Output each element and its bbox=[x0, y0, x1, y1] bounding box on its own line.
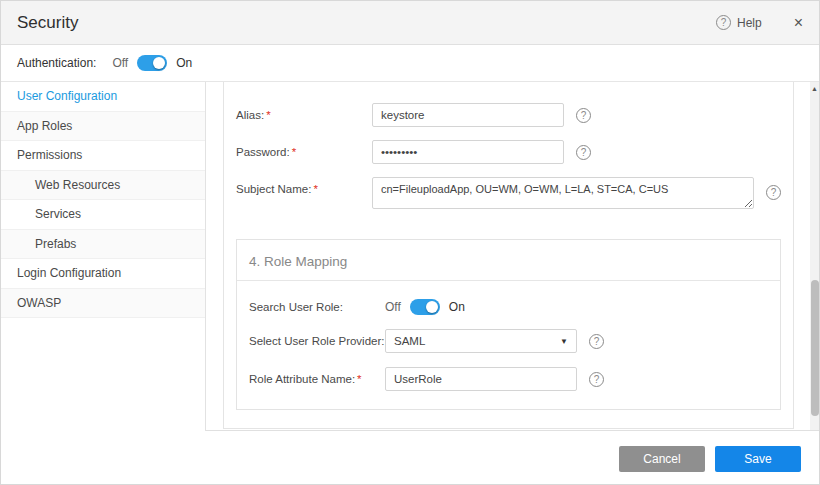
alias-label-text: Alias: bbox=[236, 109, 264, 121]
password-row: Password:* ? bbox=[236, 140, 781, 164]
sidebar-item-services[interactable]: Services bbox=[1, 200, 205, 230]
role-provider-label: Select User Role Provider: bbox=[249, 335, 385, 347]
search-role-on-label: On bbox=[449, 300, 465, 314]
password-help-icon[interactable]: ? bbox=[576, 145, 591, 160]
role-provider-help-icon[interactable]: ? bbox=[589, 334, 604, 349]
scroll-area: Alias:* ? Password:* ? Subject Name:* cn… bbox=[206, 82, 819, 430]
page-title: Security bbox=[17, 13, 78, 33]
subject-name-textarea[interactable]: cn=FileuploadApp, OU=WM, O=WM, L=LA, ST=… bbox=[372, 177, 754, 209]
footer: Cancel Save bbox=[1, 431, 819, 485]
sidebar-item-owasp[interactable]: OWASP bbox=[1, 289, 205, 319]
role-attribute-help-icon[interactable]: ? bbox=[589, 372, 604, 387]
sidebar-item-app-roles[interactable]: App Roles bbox=[1, 112, 205, 142]
role-attribute-label-text: Role Attribute Name: bbox=[249, 373, 355, 385]
alias-input[interactable] bbox=[372, 103, 564, 127]
role-attribute-label: Role Attribute Name:* bbox=[249, 373, 385, 385]
required-asterisk: * bbox=[266, 109, 270, 121]
help-link[interactable]: Help bbox=[737, 16, 762, 30]
authentication-label: Authentication: bbox=[17, 56, 96, 70]
search-user-role-row: Search User Role: Off On bbox=[249, 299, 768, 315]
alias-help-icon[interactable]: ? bbox=[576, 108, 591, 123]
header-actions: ? Help × bbox=[716, 15, 803, 31]
toggle-knob-icon bbox=[426, 301, 438, 313]
search-user-role-toggle[interactable] bbox=[410, 299, 440, 315]
save-button[interactable]: Save bbox=[715, 446, 801, 472]
password-label-text: Password: bbox=[236, 146, 290, 158]
subject-name-label-text: Subject Name: bbox=[236, 183, 311, 195]
required-asterisk: * bbox=[313, 183, 317, 195]
role-mapping-title: 4. Role Mapping bbox=[249, 254, 768, 269]
chevron-down-icon: ▼ bbox=[560, 337, 568, 346]
required-asterisk: * bbox=[292, 146, 296, 158]
role-attribute-row: Role Attribute Name:* ? bbox=[249, 367, 768, 391]
authentication-toggle[interactable] bbox=[137, 55, 167, 71]
divider bbox=[237, 280, 780, 281]
toggle-knob-icon bbox=[153, 57, 165, 69]
scrollbar-thumb[interactable] bbox=[811, 280, 819, 416]
subject-name-label: Subject Name:* bbox=[236, 177, 372, 195]
search-role-off-label: Off bbox=[385, 300, 401, 314]
header: Security ? Help × bbox=[1, 1, 819, 45]
authentication-on-label: On bbox=[176, 56, 192, 70]
security-dialog: Security ? Help × Authentication: Off On… bbox=[0, 0, 820, 485]
subject-name-help-icon[interactable]: ? bbox=[766, 185, 781, 200]
authentication-off-label: Off bbox=[112, 56, 128, 70]
sidebar-item-web-resources[interactable]: Web Resources bbox=[1, 171, 205, 201]
role-provider-row: Select User Role Provider: SAML ▼ ? bbox=[249, 329, 768, 353]
help-icon[interactable]: ? bbox=[716, 15, 731, 30]
sidebar: User Configuration App Roles Permissions… bbox=[1, 82, 206, 431]
password-input[interactable] bbox=[372, 140, 564, 164]
close-icon[interactable]: × bbox=[794, 15, 803, 31]
body: User Configuration App Roles Permissions… bbox=[1, 82, 819, 431]
certificate-panel: Alias:* ? Password:* ? Subject Name:* cn… bbox=[223, 82, 794, 429]
password-label: Password:* bbox=[236, 146, 372, 158]
role-provider-select[interactable]: SAML ▼ bbox=[385, 329, 577, 353]
alias-row: Alias:* ? bbox=[236, 103, 781, 127]
role-mapping-panel: 4. Role Mapping Search User Role: Off On… bbox=[236, 239, 781, 410]
sidebar-item-user-configuration[interactable]: User Configuration bbox=[1, 82, 205, 112]
search-user-role-label: Search User Role: bbox=[249, 301, 385, 313]
vertical-scrollbar[interactable]: ▲ bbox=[810, 82, 819, 430]
cancel-button[interactable]: Cancel bbox=[619, 446, 705, 472]
sidebar-item-prefabs[interactable]: Prefabs bbox=[1, 230, 205, 260]
role-attribute-input[interactable] bbox=[385, 367, 577, 391]
role-provider-value: SAML bbox=[394, 335, 425, 347]
scroll-up-icon[interactable]: ▲ bbox=[810, 82, 819, 92]
sidebar-item-login-configuration[interactable]: Login Configuration bbox=[1, 259, 205, 289]
main-content: Alias:* ? Password:* ? Subject Name:* cn… bbox=[206, 82, 819, 431]
authentication-bar: Authentication: Off On bbox=[1, 45, 819, 82]
required-asterisk: * bbox=[357, 373, 361, 385]
alias-label: Alias:* bbox=[236, 109, 372, 121]
sidebar-item-permissions[interactable]: Permissions bbox=[1, 141, 205, 171]
subject-name-row: Subject Name:* cn=FileuploadApp, OU=WM, … bbox=[236, 177, 781, 209]
